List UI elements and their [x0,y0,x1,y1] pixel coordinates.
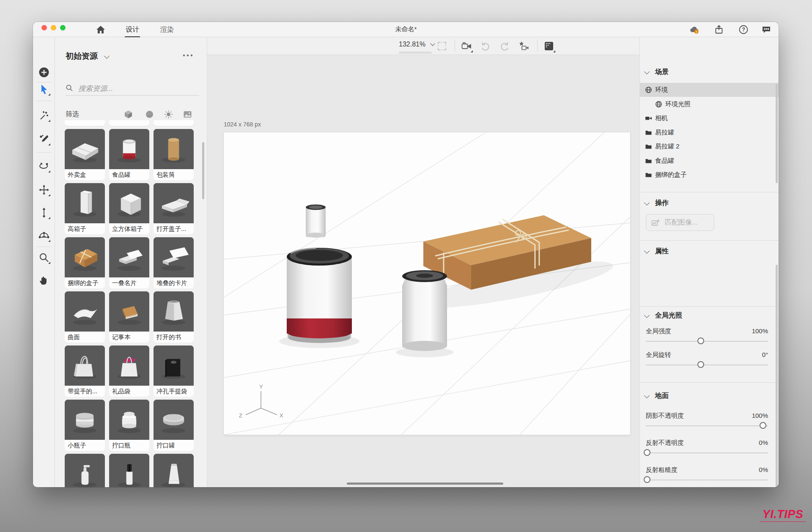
cloud-sync-warning-icon[interactable]: ! [689,25,700,35]
panel-menu-icon[interactable] [182,52,194,58]
zoom-window-button[interactable] [60,25,66,30]
scene-item-1[interactable]: 环境光照 [640,97,779,111]
properties-section-header[interactable]: 属性 [646,247,669,256]
right-panel-scrollbar[interactable] [776,265,778,487]
divider [37,152,51,153]
assets-panel: 初始资源 搜索资源... 筛选 外卖盒食品罐包装筒高箱子立方体箱子打开盖子...… [55,37,207,487]
asset-tile-squeeze-tube[interactable] [154,454,194,487]
asset-label: 带提手的... [65,386,105,397]
asset-tile-handle-bag[interactable]: 带提手的... [65,346,105,397]
pan-tool[interactable] [38,275,49,286]
search-input[interactable]: 搜索资源... [66,83,199,96]
assets-scrollbar[interactable] [202,142,204,199]
orbit-tool[interactable] [38,161,49,172]
asset-tile-twist-jar[interactable]: 拧口瓶 [109,400,149,451]
tab-design[interactable]: 设计 [123,25,142,36]
asset-tile-takeout-box[interactable]: 外卖盒 [65,129,105,180]
camera-icon[interactable] [461,41,472,52]
tab-render[interactable]: 渲染 [158,25,176,36]
slider-knob[interactable] [644,476,650,483]
asset-tile-open-lid-box[interactable]: 打开盖子... [154,183,194,234]
feedback-icon[interactable] [761,25,771,35]
food-can-object[interactable] [287,248,352,343]
soda-can-object[interactable] [402,270,447,351]
scene-item-environment[interactable]: 环境 [640,83,779,97]
scale-vertical-tool[interactable] [38,207,49,218]
asset-tile-small-jar[interactable]: 小瓶子 [65,400,105,451]
ground-section-header[interactable]: 地面 [646,392,669,400]
asset-label-cutoff [154,120,194,126]
slider-value: 100% [752,327,768,335]
scene-item-4[interactable]: 易拉罐 2 [640,140,779,154]
asset-label-cutoff [65,120,105,126]
redo-camera-icon[interactable] [499,41,510,52]
asset-tile-tied-box[interactable]: 捆绑的盒子 [65,237,105,288]
slider-track[interactable] [646,341,768,342]
asset-tile-twist-tin[interactable]: 拧口罐 [154,400,194,451]
asset-tile-pump-bottle[interactable] [65,454,105,487]
library-toggle-button[interactable] [38,486,50,487]
global-lighting-section-header[interactable]: 全局光照 [646,311,682,320]
asset-tile-cube-box[interactable]: 立方体箱子 [109,183,149,234]
minimize-window-button[interactable] [51,25,56,30]
asset-tile-punched-bag[interactable]: 冲孔手提袋 [154,346,194,397]
scene-tree-scrollbar[interactable] [776,84,778,183]
asset-tile-gift-bag[interactable]: 礼品袋 [109,346,149,397]
asset-tile-card-stack[interactable]: 一叠名片 [109,237,149,288]
slider-track[interactable] [646,425,768,426]
asset-tile-tall-box[interactable]: 高箱子 [65,183,105,234]
chevron-down-icon [104,53,110,59]
canvas-horizontal-scrollbar[interactable] [347,483,503,485]
help-icon[interactable]: ? [738,25,749,35]
asset-tile-kraft-tube[interactable]: 包装筒 [154,129,194,180]
artboard-3d-viewport[interactable]: Y X Z [224,132,630,435]
light-filter-icon[interactable] [164,110,173,119]
close-window-button[interactable] [41,25,47,30]
dolly-dome-tool[interactable] [38,230,49,241]
share-icon[interactable] [714,25,724,35]
undo-camera-icon[interactable] [480,41,491,52]
scene-item-3[interactable]: 易拉罐 [640,126,779,140]
bookmark-camera-icon[interactable] [518,41,529,52]
slider-label: 反射不透明度 [646,439,684,447]
slider-label: 反射粗糙度 [646,466,678,474]
render-quality-icon[interactable] [543,41,554,52]
asset-tile-cap-bottle[interactable] [109,454,149,487]
home-icon[interactable] [96,25,106,35]
zoom-level-value: 132.81% [399,41,425,48]
slider-knob[interactable] [697,337,704,344]
material-filter-icon[interactable] [145,110,154,119]
asset-tile-notebook[interactable]: 记事本 [109,291,149,343]
select-tool[interactable] [38,84,49,95]
assets-panel-title[interactable]: 初始资源 [66,51,98,62]
magic-wand-tool[interactable] [38,110,49,121]
asset-tile-food-can[interactable]: 食品罐 [109,129,149,180]
asset-tile-curved-sheet[interactable]: 曲面 [65,291,105,343]
document-title: 未命名* [364,25,448,33]
asset-tile-stacked-cards[interactable]: 堆叠的卡片 [154,237,194,288]
asset-tile-open-book[interactable]: 打开的书 [154,291,194,343]
add-asset-button[interactable] [38,67,49,78]
sampler-tool[interactable] [38,134,49,145]
image-filter-icon[interactable] [183,110,192,119]
slider-knob[interactable] [760,422,766,429]
slider-knob[interactable] [697,361,704,368]
move-tool[interactable] [38,184,49,195]
slider-track[interactable] [646,452,768,453]
frame-select-icon[interactable] [436,41,447,52]
scene-item-6[interactable]: 捆绑的盒子 [640,168,779,182]
actions-section-header[interactable]: 操作 [646,199,669,208]
scene-section-header[interactable]: 场景 [646,68,669,77]
floating-can-object[interactable] [306,205,326,238]
match-image-button[interactable]: 匹配图像... [646,214,714,231]
model-filter-icon[interactable] [124,110,133,119]
open-lid-box-thumbnail [154,183,194,223]
scene-item-5[interactable]: 食品罐 [640,154,779,168]
slider-knob[interactable] [644,449,650,456]
zoom-level-dropdown[interactable]: 132.81% [399,41,434,52]
slider-track[interactable] [646,480,768,480]
zoom-tool[interactable] [38,252,49,263]
scene-item-2[interactable]: 相机 [640,111,779,125]
asset-label: 堆叠的卡片 [154,277,194,288]
slider-track[interactable] [646,365,768,365]
